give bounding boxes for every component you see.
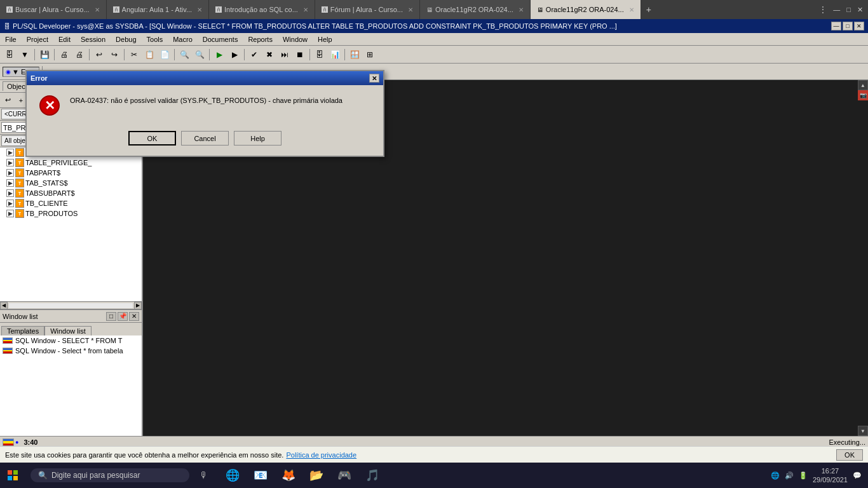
taskbar-tray: 🌐 🔊 🔋 16:27 29/09/2021 💬 <box>764 466 868 485</box>
taskbar-search-icon: 🔍 <box>38 471 48 480</box>
svg-rect-0 <box>8 470 12 475</box>
dialog-cancel-btn[interactable]: Cancel <box>181 131 229 146</box>
taskbar-search-label: Digite aqui para pesquisar <box>51 471 140 480</box>
start-button[interactable] <box>0 463 25 488</box>
dialog-overlay: Error ✕ ✕ ORA-02437: não é possível vali… <box>0 0 868 488</box>
taskbar-time-display: 16:27 <box>813 466 848 475</box>
taskbar-app-mail[interactable]: 📧 <box>248 463 273 488</box>
svg-rect-1 <box>13 470 18 475</box>
taskbar-app-music[interactable]: 🎵 <box>360 463 385 488</box>
tray-notification-icon[interactable]: 💬 <box>853 471 862 480</box>
dialog-titlebar-close-btn[interactable]: ✕ <box>369 74 379 83</box>
cortana-btn[interactable]: 🎙 <box>194 470 214 480</box>
tray-network-icon: 🌐 <box>771 471 780 480</box>
taskbar-search-box[interactable]: 🔍 Digite aqui para pesquisar <box>31 468 189 482</box>
error-dialog: Error ✕ ✕ ORA-02437: não é possível vali… <box>25 70 384 157</box>
taskbar-app-edge[interactable]: 🌐 <box>220 463 245 488</box>
dialog-help-btn[interactable]: Help <box>234 131 281 146</box>
taskbar-app-game[interactable]: 🎮 <box>332 463 357 488</box>
dialog-title: Error <box>31 74 369 82</box>
dialog-titlebar: Error ✕ <box>27 71 383 85</box>
svg-rect-3 <box>13 476 18 480</box>
taskbar: 🔍 Digite aqui para pesquisar 🎙 🌐 📧 🦊 📂 🎮… <box>0 463 868 488</box>
error-icon: ✕ <box>39 95 60 116</box>
taskbar-apps: 🌐 📧 🦊 📂 🎮 🎵 <box>220 463 385 488</box>
tray-battery-icon: 🔋 <box>799 471 808 480</box>
taskbar-clock[interactable]: 16:27 29/09/2021 <box>813 466 848 485</box>
tray-volume-icon: 🔊 <box>785 471 794 480</box>
dialog-message: ORA-02437: não é possível validar (SYS.P… <box>70 95 342 106</box>
taskbar-app-firefox[interactable]: 🦊 <box>276 463 301 488</box>
svg-rect-2 <box>8 476 12 480</box>
windows-logo-icon <box>8 470 18 480</box>
taskbar-app-files[interactable]: 📂 <box>304 463 329 488</box>
dialog-ok-btn[interactable]: OK <box>128 131 176 146</box>
taskbar-date-display: 29/09/2021 <box>813 475 848 484</box>
dialog-buttons: OK Cancel Help <box>27 126 383 156</box>
dialog-body: ✕ ORA-02437: não é possível validar (SYS… <box>27 85 383 126</box>
